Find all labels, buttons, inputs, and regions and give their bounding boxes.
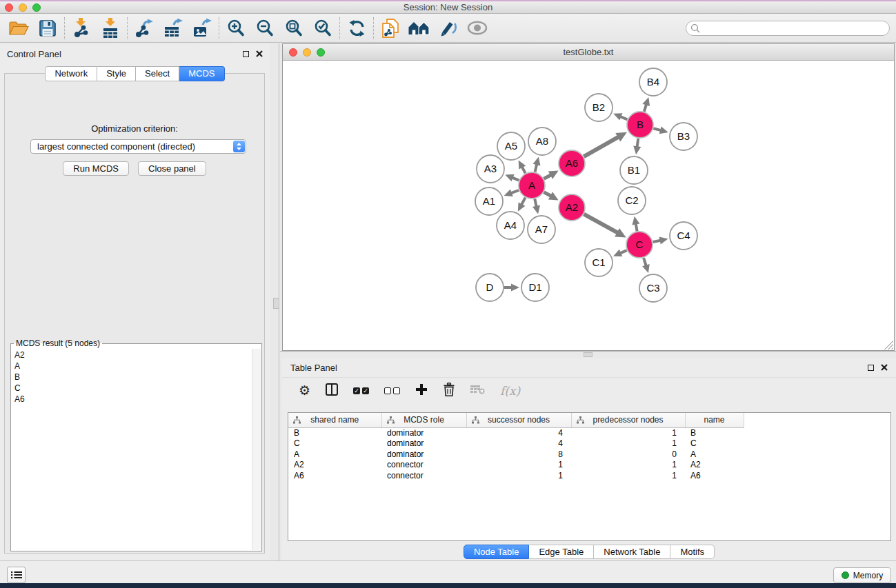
table-cell[interactable]: 1 [466, 470, 571, 481]
table-cell[interactable]: B [288, 427, 381, 438]
delete-row-button[interactable] [443, 383, 455, 399]
graph-edge[interactable] [584, 137, 618, 157]
table-cell[interactable]: dominator [381, 438, 466, 449]
table-cell[interactable]: 8 [466, 449, 571, 460]
first-neighbors-button[interactable] [405, 16, 434, 41]
column-header-mcds-role[interactable]: MCDS role [381, 413, 466, 427]
graph-edge[interactable] [637, 139, 639, 148]
graph-edge[interactable] [512, 178, 519, 181]
mcds-result-item[interactable]: A6 [14, 394, 250, 405]
column-header-predecessor-nodes[interactable]: predecessor nodes [571, 413, 685, 427]
graph-edge[interactable] [535, 199, 536, 207]
table-row[interactable]: Cdominator41C [288, 438, 890, 449]
function-builder-button[interactable]: f(x) [500, 384, 520, 398]
network-window-titlebar[interactable]: testGlobe.txt [283, 44, 894, 61]
open-session-button[interactable] [4, 16, 33, 41]
graph-edge[interactable] [544, 192, 551, 196]
unselect-all-button[interactable] [384, 387, 400, 394]
tab-mcds[interactable]: MCDS [179, 66, 224, 81]
tab-style[interactable]: Style [97, 66, 136, 81]
graph-edge[interactable] [636, 224, 637, 232]
tab-edge-table[interactable]: Edge Table [529, 545, 594, 559]
show-hide-button[interactable] [463, 16, 492, 41]
mcds-result-item[interactable]: A [14, 361, 250, 372]
graph-edge[interactable] [620, 250, 627, 253]
table-cell[interactable]: A6 [288, 470, 381, 481]
graph-edge[interactable] [535, 164, 537, 172]
column-header-name[interactable]: name [685, 413, 744, 427]
table-cell[interactable]: C [288, 438, 381, 449]
network-canvas-svg[interactable]: B4B2BB3A8A5A6A3B1AC2A1A2A4A7C4CC1DC3D1 [283, 61, 894, 350]
table-cell[interactable]: A [685, 449, 744, 460]
network-canvas[interactable]: B4B2BB3A8A5A6A3B1AC2A1A2A4A7C4CC1DC3D1 [283, 61, 894, 350]
table-cell[interactable]: 0 [571, 449, 685, 460]
table-cell[interactable]: A [288, 449, 381, 460]
table-cell[interactable]: 1 [571, 460, 685, 471]
tab-select[interactable]: Select [136, 66, 179, 81]
tab-motifs[interactable]: Motifs [670, 545, 715, 559]
graph-edge[interactable] [511, 190, 519, 193]
table-cell[interactable]: dominator [381, 427, 466, 438]
graph-edge[interactable] [653, 241, 661, 242]
table-cell[interactable]: connector [381, 470, 466, 481]
close-panel-icon[interactable] [256, 50, 263, 57]
table-cell[interactable]: 1 [571, 438, 685, 449]
float-panel-icon[interactable] [868, 365, 874, 371]
select-all-button[interactable]: ✓ ✓ [353, 387, 369, 394]
close-panel-button[interactable]: Close panel [138, 161, 206, 176]
table-cell[interactable]: A2 [685, 460, 744, 471]
task-history-button[interactable] [7, 567, 26, 583]
table-row[interactable]: Bdominator41B [288, 427, 890, 438]
graph-edge[interactable] [544, 175, 551, 179]
annotation-button[interactable] [434, 16, 463, 41]
table-cell[interactable]: C [685, 438, 744, 449]
delete-table-button[interactable] [470, 384, 485, 397]
zoom-selected-button[interactable] [308, 16, 337, 41]
table-cell[interactable]: 4 [466, 438, 571, 449]
table-cell[interactable]: 1 [466, 460, 571, 471]
table-cell[interactable]: A6 [685, 470, 744, 481]
tab-network-table[interactable]: Network Table [594, 545, 670, 559]
graph-edge[interactable] [644, 105, 646, 112]
table-cell[interactable]: 1 [571, 427, 685, 438]
mcds-result-item[interactable]: B [14, 372, 250, 383]
graph-edge[interactable] [584, 214, 618, 233]
main-window-titlebar[interactable]: Session: New Session [0, 0, 896, 14]
graph-edge[interactable] [620, 116, 627, 119]
mcds-result-item[interactable]: A2 [14, 349, 250, 361]
graph-edge[interactable] [521, 198, 526, 205]
table-cell[interactable]: 4 [466, 427, 571, 438]
horizontal-splitter[interactable] [280, 351, 896, 352]
table-cell[interactable]: dominator [381, 449, 466, 460]
export-network-button[interactable] [130, 16, 159, 41]
table-row[interactable]: Adominator80A [288, 449, 890, 460]
graph-edge[interactable] [644, 258, 646, 266]
tab-network[interactable]: Network [45, 66, 97, 81]
horizontal-splitter-handle[interactable] [584, 352, 593, 357]
table-cell[interactable]: B [685, 427, 744, 438]
add-row-button[interactable] [415, 383, 428, 398]
export-image-button[interactable] [188, 16, 217, 41]
graph-edge[interactable] [653, 128, 661, 130]
column-header-shared-name[interactable]: shared name [288, 413, 381, 427]
zoom-out-button[interactable] [250, 16, 279, 41]
result-scrollbar[interactable] [252, 349, 261, 550]
zoom-fit-button[interactable] [279, 16, 308, 41]
save-session-button[interactable] [33, 16, 62, 41]
import-table-button[interactable] [96, 16, 125, 41]
close-panel-icon[interactable] [881, 364, 888, 371]
vertical-splitter-handle[interactable] [273, 298, 279, 309]
table-row[interactable]: A6connector11A6 [288, 470, 890, 481]
show-column-button[interactable] [326, 383, 338, 398]
mcds-result-item[interactable]: C [14, 383, 250, 394]
zoom-in-button[interactable] [221, 16, 250, 41]
import-network-button[interactable] [67, 16, 96, 41]
window-resize-grip[interactable] [884, 341, 893, 349]
new-network-from-selection-button[interactable] [376, 16, 405, 41]
tab-node-table[interactable]: Node Table [464, 545, 530, 559]
criterion-dropdown[interactable]: largest connected component (directed) [30, 139, 246, 154]
column-header-successor-nodes[interactable]: successor nodes [466, 413, 571, 427]
export-table-button[interactable] [159, 16, 188, 41]
table-cell[interactable]: A2 [288, 460, 381, 471]
table-cell[interactable]: connector [381, 460, 466, 471]
